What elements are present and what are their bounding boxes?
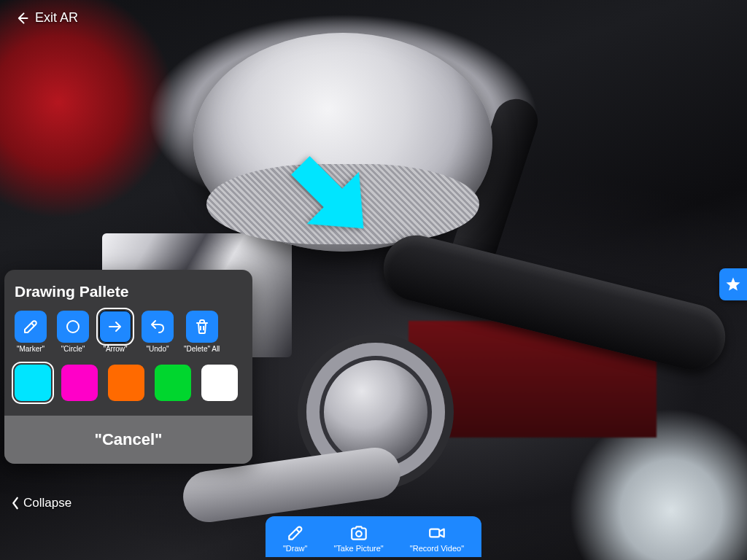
swatch-white[interactable] bbox=[201, 365, 238, 401]
record-video-button[interactable]: "Record Video" bbox=[398, 521, 476, 554]
bottom-toolbar: "Draw" "Take Picture" "Record Video" bbox=[266, 516, 481, 557]
tool-delete-all[interactable]: "Delete" All bbox=[184, 311, 220, 353]
tool-delete-label: "Delete" All bbox=[184, 345, 220, 353]
tool-marker[interactable]: "Marker" bbox=[15, 311, 47, 353]
cancel-button[interactable]: "Cancel" bbox=[4, 416, 252, 464]
chevron-left-icon bbox=[10, 497, 20, 510]
palette-title: Drawing Pallete bbox=[4, 270, 252, 311]
tool-arrow-label: "Arrow" bbox=[103, 345, 127, 353]
collapse-button[interactable]: Collapse bbox=[7, 493, 74, 513]
take-picture-label: "Take Picture" bbox=[333, 544, 383, 553]
tool-circle-label: "Circle" bbox=[61, 345, 85, 353]
pen-icon bbox=[285, 524, 306, 542]
exit-ar-label: Exit AR bbox=[35, 10, 78, 26]
camera-icon bbox=[348, 524, 370, 542]
marker-icon bbox=[22, 318, 39, 335]
undo-icon bbox=[149, 318, 166, 335]
take-picture-button[interactable]: "Take Picture" bbox=[322, 521, 395, 554]
draw-label: "Draw" bbox=[283, 544, 307, 553]
circle-icon bbox=[64, 318, 82, 335]
draw-button[interactable]: "Draw" bbox=[271, 521, 319, 554]
swatch-cyan[interactable] bbox=[15, 365, 51, 401]
swatch-magenta[interactable] bbox=[61, 365, 98, 401]
svg-point-0 bbox=[67, 321, 79, 332]
arrow-left-icon bbox=[15, 11, 29, 26]
star-icon bbox=[724, 276, 742, 293]
tool-marker-label: "Marker" bbox=[17, 345, 44, 353]
drawing-palette-panel: Drawing Pallete "Marker" "Circle" "Arrow… bbox=[4, 270, 252, 464]
swatch-orange[interactable] bbox=[108, 365, 144, 401]
collapse-label: Collapse bbox=[23, 496, 71, 510]
tool-arrow[interactable]: "Arrow" bbox=[99, 311, 131, 353]
favorites-tab[interactable] bbox=[719, 268, 747, 300]
video-icon bbox=[426, 524, 448, 542]
color-row bbox=[4, 362, 252, 416]
tool-undo-label: "Undo" bbox=[146, 345, 169, 353]
exit-ar-button[interactable]: Exit AR bbox=[10, 7, 82, 28]
svg-rect-2 bbox=[430, 529, 439, 537]
record-video-label: "Record Video" bbox=[410, 544, 464, 553]
tool-circle[interactable]: "Circle" bbox=[57, 311, 89, 353]
tool-row: "Marker" "Circle" "Arrow" "Undo" "Delete… bbox=[4, 311, 252, 362]
tool-undo[interactable]: "Undo" bbox=[142, 311, 174, 353]
swatch-green[interactable] bbox=[155, 365, 191, 401]
ar-camera-view: Exit AR Drawing Pallete "Marker" "Circle… bbox=[0, 0, 747, 560]
trash-icon bbox=[193, 318, 211, 335]
svg-point-1 bbox=[356, 531, 362, 537]
arrow-right-icon bbox=[107, 318, 124, 335]
